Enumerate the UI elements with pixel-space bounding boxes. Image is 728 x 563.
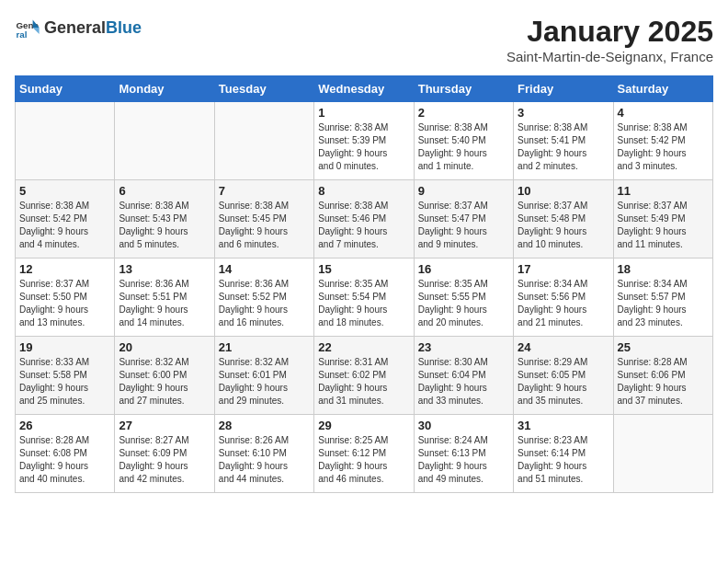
day-number: 12 — [19, 262, 110, 276]
day-number: 23 — [418, 340, 509, 354]
day-number: 11 — [618, 184, 709, 198]
day-info: Sunrise: 8:34 AM Sunset: 5:57 PM Dayligh… — [618, 278, 709, 329]
calendar-cell: 6Sunrise: 8:38 AM Sunset: 5:43 PM Daylig… — [115, 180, 214, 259]
day-number: 6 — [119, 184, 210, 198]
header-friday: Friday — [514, 76, 613, 102]
svg-text:ral: ral — [16, 29, 27, 40]
day-info: Sunrise: 8:37 AM Sunset: 5:48 PM Dayligh… — [518, 200, 609, 251]
calendar-cell: 13Sunrise: 8:36 AM Sunset: 5:51 PM Dayli… — [115, 259, 214, 337]
calendar-cell: 14Sunrise: 8:36 AM Sunset: 5:52 PM Dayli… — [214, 259, 313, 337]
calendar-week-row: 19Sunrise: 8:33 AM Sunset: 5:58 PM Dayli… — [16, 337, 713, 415]
day-number: 13 — [119, 262, 210, 276]
calendar-table: SundayMondayTuesdayWednesdayThursdayFrid… — [15, 75, 713, 493]
calendar-cell — [115, 102, 214, 180]
calendar-cell: 5Sunrise: 8:38 AM Sunset: 5:42 PM Daylig… — [16, 180, 115, 259]
day-number: 1 — [318, 106, 409, 120]
day-info: Sunrise: 8:27 AM Sunset: 6:09 PM Dayligh… — [119, 434, 210, 486]
day-info: Sunrise: 8:25 AM Sunset: 6:12 PM Dayligh… — [318, 434, 409, 486]
logo-blue: Blue — [106, 18, 142, 37]
day-info: Sunrise: 8:38 AM Sunset: 5:41 PM Dayligh… — [518, 121, 609, 173]
day-info: Sunrise: 8:38 AM Sunset: 5:43 PM Dayligh… — [119, 200, 210, 251]
calendar-cell: 30Sunrise: 8:24 AM Sunset: 6:13 PM Dayli… — [414, 415, 513, 493]
calendar-cell: 17Sunrise: 8:34 AM Sunset: 5:56 PM Dayli… — [514, 259, 613, 337]
day-number: 21 — [219, 340, 310, 354]
day-info: Sunrise: 8:37 AM Sunset: 5:47 PM Dayligh… — [418, 200, 509, 251]
calendar-week-row: 12Sunrise: 8:37 AM Sunset: 5:50 PM Dayli… — [16, 259, 713, 337]
calendar-cell: 27Sunrise: 8:27 AM Sunset: 6:09 PM Dayli… — [115, 415, 214, 493]
logo: Gene ral GeneralBlue — [15, 15, 142, 40]
day-number: 4 — [618, 106, 709, 120]
calendar-cell: 16Sunrise: 8:35 AM Sunset: 5:55 PM Dayli… — [414, 259, 513, 337]
day-number: 7 — [219, 184, 310, 198]
page-title: January 2025 — [506, 15, 713, 49]
calendar-cell: 2Sunrise: 8:38 AM Sunset: 5:40 PM Daylig… — [414, 102, 513, 180]
calendar-cell — [16, 102, 115, 180]
day-number: 30 — [418, 419, 509, 432]
day-info: Sunrise: 8:38 AM Sunset: 5:40 PM Dayligh… — [418, 121, 509, 173]
day-info: Sunrise: 8:32 AM Sunset: 6:01 PM Dayligh… — [219, 356, 310, 408]
day-info: Sunrise: 8:26 AM Sunset: 6:10 PM Dayligh… — [219, 434, 310, 486]
day-info: Sunrise: 8:32 AM Sunset: 6:00 PM Dayligh… — [119, 356, 210, 408]
calendar-cell: 12Sunrise: 8:37 AM Sunset: 5:50 PM Dayli… — [16, 259, 115, 337]
day-info: Sunrise: 8:30 AM Sunset: 6:04 PM Dayligh… — [418, 356, 509, 408]
day-info: Sunrise: 8:38 AM Sunset: 5:45 PM Dayligh… — [219, 200, 310, 251]
calendar-cell: 1Sunrise: 8:38 AM Sunset: 5:39 PM Daylig… — [314, 102, 414, 180]
calendar-cell: 3Sunrise: 8:38 AM Sunset: 5:41 PM Daylig… — [514, 102, 613, 180]
day-info: Sunrise: 8:38 AM Sunset: 5:46 PM Dayligh… — [318, 200, 409, 251]
day-info: Sunrise: 8:28 AM Sunset: 6:08 PM Dayligh… — [19, 434, 110, 486]
day-number: 24 — [518, 340, 609, 354]
calendar-cell: 10Sunrise: 8:37 AM Sunset: 5:48 PM Dayli… — [514, 180, 613, 259]
calendar-week-row: 5Sunrise: 8:38 AM Sunset: 5:42 PM Daylig… — [16, 180, 713, 259]
day-number: 26 — [19, 419, 110, 432]
day-info: Sunrise: 8:33 AM Sunset: 5:58 PM Dayligh… — [19, 356, 110, 408]
header-tuesday: Tuesday — [214, 76, 313, 102]
day-info: Sunrise: 8:38 AM Sunset: 5:42 PM Dayligh… — [19, 200, 110, 251]
calendar-cell: 11Sunrise: 8:37 AM Sunset: 5:49 PM Dayli… — [613, 180, 712, 259]
day-info: Sunrise: 8:28 AM Sunset: 6:06 PM Dayligh… — [618, 356, 709, 408]
title-area: January 2025 Saint-Martin-de-Seignanx, F… — [506, 15, 713, 64]
day-info: Sunrise: 8:38 AM Sunset: 5:39 PM Dayligh… — [318, 121, 409, 173]
calendar-cell: 26Sunrise: 8:28 AM Sunset: 6:08 PM Dayli… — [16, 415, 115, 493]
calendar-cell: 19Sunrise: 8:33 AM Sunset: 5:58 PM Dayli… — [16, 337, 115, 415]
calendar-cell: 7Sunrise: 8:38 AM Sunset: 5:45 PM Daylig… — [214, 180, 313, 259]
day-info: Sunrise: 8:37 AM Sunset: 5:49 PM Dayligh… — [618, 200, 709, 251]
calendar-cell: 28Sunrise: 8:26 AM Sunset: 6:10 PM Dayli… — [214, 415, 313, 493]
header-wednesday: Wednesday — [314, 76, 414, 102]
day-number: 28 — [219, 419, 310, 432]
calendar-cell: 24Sunrise: 8:29 AM Sunset: 6:05 PM Dayli… — [514, 337, 613, 415]
day-number: 16 — [418, 262, 509, 276]
calendar-cell — [613, 415, 712, 493]
day-number: 31 — [518, 419, 609, 432]
day-number: 25 — [618, 340, 709, 354]
day-info: Sunrise: 8:35 AM Sunset: 5:55 PM Dayligh… — [418, 278, 509, 329]
header-saturday: Saturday — [613, 76, 712, 102]
day-number: 14 — [219, 262, 310, 276]
day-number: 8 — [318, 184, 409, 198]
header-sunday: Sunday — [16, 76, 115, 102]
calendar-cell — [214, 102, 313, 180]
day-number: 10 — [518, 184, 609, 198]
calendar-cell: 25Sunrise: 8:28 AM Sunset: 6:06 PM Dayli… — [613, 337, 712, 415]
day-number: 27 — [119, 419, 210, 432]
header-thursday: Thursday — [414, 76, 513, 102]
day-number: 3 — [518, 106, 609, 120]
logo-icon: Gene ral — [15, 15, 40, 40]
calendar-cell: 18Sunrise: 8:34 AM Sunset: 5:57 PM Dayli… — [613, 259, 712, 337]
day-number: 9 — [418, 184, 509, 198]
day-info: Sunrise: 8:29 AM Sunset: 6:05 PM Dayligh… — [518, 356, 609, 408]
day-info: Sunrise: 8:35 AM Sunset: 5:54 PM Dayligh… — [318, 278, 409, 329]
day-number: 19 — [19, 340, 110, 354]
day-number: 20 — [119, 340, 210, 354]
day-number: 2 — [418, 106, 509, 120]
calendar-cell: 29Sunrise: 8:25 AM Sunset: 6:12 PM Dayli… — [314, 415, 414, 493]
day-number: 15 — [318, 262, 409, 276]
day-info: Sunrise: 8:38 AM Sunset: 5:42 PM Dayligh… — [618, 121, 709, 173]
day-info: Sunrise: 8:31 AM Sunset: 6:02 PM Dayligh… — [318, 356, 409, 408]
logo-general: General — [44, 18, 106, 37]
calendar-cell: 22Sunrise: 8:31 AM Sunset: 6:02 PM Dayli… — [314, 337, 414, 415]
calendar-cell: 20Sunrise: 8:32 AM Sunset: 6:00 PM Dayli… — [115, 337, 214, 415]
calendar-cell: 23Sunrise: 8:30 AM Sunset: 6:04 PM Dayli… — [414, 337, 513, 415]
day-info: Sunrise: 8:23 AM Sunset: 6:14 PM Dayligh… — [518, 434, 609, 486]
calendar-cell: 8Sunrise: 8:38 AM Sunset: 5:46 PM Daylig… — [314, 180, 414, 259]
day-number: 22 — [318, 340, 409, 354]
